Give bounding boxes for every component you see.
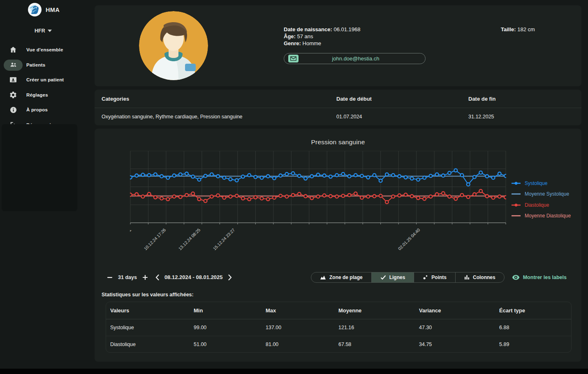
chart-legend: Systolique Moyenne Systolique Diastoliqu… xyxy=(512,180,581,259)
stat-stddev: 6.88 xyxy=(499,325,571,330)
gender-value: Homme xyxy=(303,40,322,46)
gear-icon xyxy=(0,91,26,99)
sidebar-item-label: Réglages xyxy=(26,92,48,97)
blood-pressure-chart[interactable]: 08.12.24 08:3110.12.24 17:2613.12.24 08:… xyxy=(130,151,506,259)
zoom-out-button[interactable] xyxy=(106,274,113,281)
patient-avatar xyxy=(139,11,208,80)
stat-min: 51.00 xyxy=(194,342,266,347)
sidebar-item-label: Patients xyxy=(26,62,45,67)
height-value: 182 cm xyxy=(517,26,535,32)
stat-min: 99.00 xyxy=(194,325,266,330)
stats-row-diastolic: Diastolique 51.00 81.00 67.58 34.75 5.89 xyxy=(106,336,571,352)
view-label: Colonnes xyxy=(473,275,495,280)
app-logo: HMA xyxy=(0,0,95,17)
view-lines-button[interactable]: Lignes xyxy=(371,272,414,282)
chart-toolbar: 31 days 08.12.2024 - 08.01.2025 Zone de … xyxy=(95,272,581,283)
height-label: Taille: xyxy=(501,26,516,32)
view-label: Zone de plage xyxy=(329,275,363,280)
stat-max: 81.00 xyxy=(266,342,338,347)
legend-item-mean-diastolic[interactable]: Moyenne Diastolique xyxy=(512,212,581,219)
plus-icon xyxy=(142,275,148,280)
view-points-button[interactable]: Points xyxy=(414,272,455,282)
stat-variance: 47.30 xyxy=(419,325,499,330)
stat-mean: 67.58 xyxy=(338,342,419,347)
stat-variance: 34.75 xyxy=(419,342,499,347)
blood-pressure-card: Pression sanguine 08.12.24 08:3110.12.24… xyxy=(95,129,581,362)
org-selector[interactable]: HFR xyxy=(0,17,58,34)
view-range-area-button[interactable]: Zone de plage xyxy=(311,272,371,282)
app-title: HMA xyxy=(46,7,60,13)
col-end-date: Date de fin xyxy=(468,96,581,102)
col-values: Valeurs xyxy=(110,307,194,314)
date-range: 08.12.2024 - 08.01.2025 xyxy=(164,274,223,280)
contact-card-icon xyxy=(0,76,26,84)
age-label: Âge: xyxy=(284,33,296,39)
org-selector-label: HFR xyxy=(35,28,45,34)
show-labels-label: Montrer les labels xyxy=(523,275,567,280)
patient-header-card: Date de naissance: 06.01.1968 Âge: 57 an… xyxy=(95,5,581,86)
view-columns-button[interactable]: Colonnes xyxy=(455,272,504,282)
stat-max: 137.00 xyxy=(266,325,338,330)
legend-item-systolic[interactable]: Systolique xyxy=(512,180,581,187)
patient-email-button[interactable]: john.doe@hestia.ch xyxy=(284,53,426,64)
svg-text:02.01.25 04:40: 02.01.25 04:40 xyxy=(397,227,421,251)
age-value: 57 ans xyxy=(297,33,313,39)
sidebar-item-about[interactable]: À propos xyxy=(0,102,95,118)
stat-name: Diastolique xyxy=(110,342,194,347)
sidebar-item-overview[interactable]: Vue d'ensemble xyxy=(0,42,95,58)
bottom-bar xyxy=(0,369,588,374)
patient-info: Date de naissance: 06.01.1968 Âge: 57 an… xyxy=(284,26,360,47)
birth-label: Date de naissance: xyxy=(284,26,332,32)
sidebar-item-settings[interactable]: Réglages xyxy=(0,88,95,103)
svg-text:10.12.24 17:26: 10.12.24 17:26 xyxy=(143,227,167,251)
sidebar: HMA HFR Vue d'ensemble Patients Créer un… xyxy=(0,0,95,374)
window-length: 31 days xyxy=(118,275,137,280)
legend-label: Systolique xyxy=(525,180,547,186)
legend-label: Moyenne Diastolique xyxy=(525,213,571,219)
next-range-button[interactable] xyxy=(227,274,233,281)
svg-text:15.12.24 23:27: 15.12.24 23:27 xyxy=(212,227,236,251)
zoom-in-button[interactable] xyxy=(141,274,149,281)
sidebar-panel xyxy=(2,124,77,211)
scatter-icon xyxy=(423,275,428,280)
chevron-left-icon xyxy=(155,275,159,280)
col-stddev: Écart type xyxy=(499,307,571,314)
sidebar-item-patients[interactable]: Patients xyxy=(0,58,95,73)
cell-categories: Oxygénation sanguine, Rythme cardiaque, … xyxy=(102,114,336,120)
chevron-right-icon xyxy=(228,275,232,280)
categories-card: Categories Date de début Date de fin Oxy… xyxy=(95,90,581,125)
line-dot-swatch-icon xyxy=(512,181,521,185)
patient-email: john.doe@hestia.ch xyxy=(299,55,425,62)
prev-range-button[interactable] xyxy=(155,274,160,281)
legend-label: Moyenne Systolique xyxy=(525,191,569,197)
legend-item-mean-systolic[interactable]: Moyenne Systolique xyxy=(512,191,581,198)
stats-table-header: Valeurs Min Max Moyenne Variance Écart t… xyxy=(106,302,571,319)
info-icon xyxy=(0,106,26,114)
sidebar-item-label: À propos xyxy=(26,107,48,112)
stat-stddev: 5.89 xyxy=(499,342,571,347)
sidebar-item-create-patient[interactable]: Créer un patient xyxy=(0,72,95,88)
show-labels-toggle[interactable]: Montrer les labels xyxy=(512,275,567,280)
columns-icon xyxy=(464,275,470,280)
col-mean: Moyenne xyxy=(338,307,419,314)
chart-title: Pression sanguine xyxy=(95,129,581,146)
col-variance: Variance xyxy=(419,307,499,314)
line-dot-swatch-icon xyxy=(512,203,521,207)
mail-icon xyxy=(288,55,299,62)
main-content: Date de naissance: 06.01.1968 Âge: 57 an… xyxy=(95,0,581,362)
categories-table-header: Categories Date de début Date de fin xyxy=(95,90,581,108)
categories-table-row[interactable]: Oxygénation sanguine, Rythme cardiaque, … xyxy=(95,108,581,125)
col-max: Max xyxy=(266,307,338,314)
home-icon xyxy=(0,46,26,54)
stat-mean: 121.16 xyxy=(338,325,419,330)
col-categories: Categories xyxy=(102,96,336,102)
col-min: Min xyxy=(194,307,266,314)
legend-item-diastolic[interactable]: Diastolique xyxy=(512,201,581,208)
hma-logo-icon xyxy=(28,2,42,17)
view-label: Lignes xyxy=(389,275,405,280)
sidebar-item-label: Créer un patient xyxy=(26,77,64,82)
minus-icon xyxy=(107,275,113,280)
line-swatch-icon xyxy=(512,214,521,218)
sidebar-item-label: Vue d'ensemble xyxy=(26,47,63,52)
stats-table: Valeurs Min Max Moyenne Variance Écart t… xyxy=(106,302,572,353)
